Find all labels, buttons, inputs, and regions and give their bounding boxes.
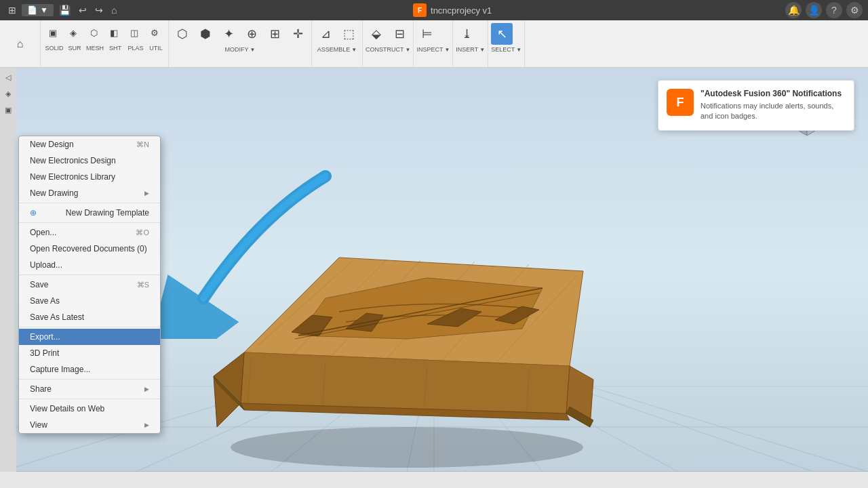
menu-share[interactable]: Share [19,381,160,397]
menu-capture-image[interactable]: Capture Image... [19,361,160,378]
notifications-icon[interactable]: 🔔 [785,2,802,18]
toolbar-surface-tab[interactable]: ◈ [64,23,83,42]
assemble-btn-1[interactable]: ⊿ [315,23,336,45]
menu-view-details-web-label: View Details on Web [30,404,104,413]
menu-divider-2 [19,222,160,223]
assemble-label[interactable]: ASSEMBLE ▼ [315,46,359,55]
modify-btn-2[interactable]: ⬢ [195,23,216,45]
menu-new-electronics-design-label: New Electronics Design [30,156,116,165]
modify-btn-4[interactable]: ⊕ [241,23,262,45]
svg-point-14 [231,427,583,468]
left-sidebar: ◁ ◈ ▣ [0,68,16,472]
menu-export-label: Export... [30,332,60,342]
save-icon[interactable]: 💾 [56,3,73,17]
blue-arrow-annotation [136,163,353,339]
menu-new-drawing-label: New Drawing [30,188,78,198]
menu-upload-label: Upload... [30,260,62,270]
main-area: ◁ ◈ ▣ New Design ⌘N New Electronics Desi… [0,68,868,472]
menu-save-as-latest-label: Save As Latest [30,312,84,322]
insert-btn-1[interactable]: ⤓ [456,23,477,45]
modify-btn-1[interactable]: ⬡ [172,23,193,45]
notification-body: Notifications may include alerts, sounds… [701,101,846,122]
toolbar-construct-group: ⬙ ⊟ CONSTRUCT ▼ [363,20,414,67]
menu-new-drawing-template[interactable]: ⊕ New Drawing Template [19,205,160,221]
toolbar-utilities-tab[interactable]: ⚙ [145,23,164,42]
tab-plastic-label: PLAS [126,45,145,52]
sidebar-icon-2[interactable]: ◈ [1,87,15,100]
tab-sheetmetal-label: SHT [106,45,125,52]
menu-3d-print[interactable]: 3D Print [19,345,160,361]
tab-solid-label: SOLID [45,45,64,52]
modify-label[interactable]: MODIFY ▼ [172,46,309,55]
menu-view[interactable]: View [19,417,160,433]
menu-new-electronics-library-label: New Electronics Library [30,172,115,182]
app-title: tncncprojecy v1 [431,5,492,16]
construct-btn-2[interactable]: ⊟ [389,23,410,45]
toolbar-sheetmetal-tab[interactable]: ◧ [104,23,123,42]
menu-save-shortcut: ⌘S [137,281,149,289]
menu-save-label: Save [30,280,48,289]
menu-new-design-shortcut: ⌘N [136,140,149,149]
menu-new-design-label: New Design [30,140,74,149]
settings-icon[interactable]: ⚙ [846,2,863,18]
menu-export[interactable]: Export... [19,329,160,345]
notification-title: "Autodesk Fusion 360" Notifications [701,89,846,98]
notification-popup: F "Autodesk Fusion 360" Notifications No… [658,80,854,131]
file-icon: 📄 [27,5,37,15]
menu-view-details-web[interactable]: View Details on Web [19,401,160,417]
assemble-btn-2[interactable]: ⬚ [338,23,359,45]
redo-icon[interactable]: ↪ [92,3,106,17]
modify-btn-6[interactable]: ✛ [287,23,309,45]
menu-new-drawing[interactable]: New Drawing [19,185,160,201]
menu-open-shortcut: ⌘O [136,228,149,237]
menu-open[interactable]: Open... ⌘O [19,224,160,241]
top-bar: ⊞ 📄 ▼ 💾 ↩ ↪ ⌂ F tncncprojecy v1 🔔 👤 ? ⚙ [0,0,868,20]
insert-label[interactable]: INSERT ▼ [456,46,485,55]
menu-open-recovered-label: Open Recovered Documents (0) [30,244,147,253]
tab-surface-label: SUR [65,45,84,52]
menu-divider-4 [19,327,160,327]
modify-btn-3[interactable]: ✦ [218,23,239,45]
file-menu-button[interactable]: 📄 ▼ [22,4,54,16]
inspect-label[interactable]: INSPECT ▼ [416,46,450,55]
fusion-logo: F [413,3,427,17]
toolbar-assemble-group: ⊿ ⬚ ASSEMBLE ▼ [312,20,363,67]
sidebar-icon-1[interactable]: ◁ [1,70,15,84]
inspect-btn-1[interactable]: ⊨ [416,23,438,45]
user-icon[interactable]: 👤 [806,2,822,18]
tab-mesh-label: MESH [85,45,104,52]
menu-new-electronics-library[interactable]: New Electronics Library [19,169,160,185]
help-icon[interactable]: ? [826,2,842,18]
construct-btn-1[interactable]: ⬙ [366,23,387,45]
menu-save-as-label: Save As [30,296,60,306]
select-label[interactable]: SELECT ▼ [491,46,521,55]
menu-save[interactable]: Save ⌘S [19,277,160,293]
toolbar-select-group: ↖ SELECT ▼ [488,20,525,67]
menu-capture-image-label: Capture Image... [30,365,90,374]
home-icon[interactable]: ⌂ [108,3,119,17]
construct-label[interactable]: CONSTRUCT ▼ [366,46,410,55]
menu-save-as[interactable]: Save As [19,293,160,309]
new-template-icon: ⊕ [30,208,37,218]
tab-util-label: UTIL [146,45,165,52]
toolbar-insert-group: ⤓ INSERT ▼ [453,20,488,67]
sidebar-icon-3[interactable]: ▣ [1,103,15,117]
toolbar-mesh-tab[interactable]: ⬡ [84,23,103,42]
menu-save-as-latest[interactable]: Save As Latest [19,309,160,325]
menu-upload[interactable]: Upload... [19,257,160,273]
modify-btn-5[interactable]: ⊞ [264,23,285,45]
menu-view-label: View [30,420,47,430]
toolbar-inspect-group: ⊨ INSPECT ▼ [414,20,453,67]
menu-new-design[interactable]: New Design ⌘N [19,136,160,152]
toolbar-plastic-tab[interactable]: ◫ [125,23,144,42]
toolbar: ⌂ ▣ ◈ ⬡ ◧ ◫ ⚙ SOLID SUR MESH SHT PLAS UT… [0,20,868,68]
menu-open-recovered[interactable]: Open Recovered Documents (0) [19,241,160,257]
undo-icon[interactable]: ↩ [76,3,90,17]
grid-icon[interactable]: ⊞ [5,3,19,17]
toolbar-solid-tab[interactable]: ▣ [43,23,62,42]
toolbar-home-btn[interactable]: ⌂ [9,33,31,55]
select-btn-1[interactable]: ↖ [491,23,513,45]
menu-new-electronics-design[interactable]: New Electronics Design [19,152,160,169]
toolbar-modify-group: ⬡ ⬢ ✦ ⊕ ⊞ ✛ MODIFY ▼ [169,20,312,67]
title-bar: F tncncprojecy v1 [122,3,783,17]
